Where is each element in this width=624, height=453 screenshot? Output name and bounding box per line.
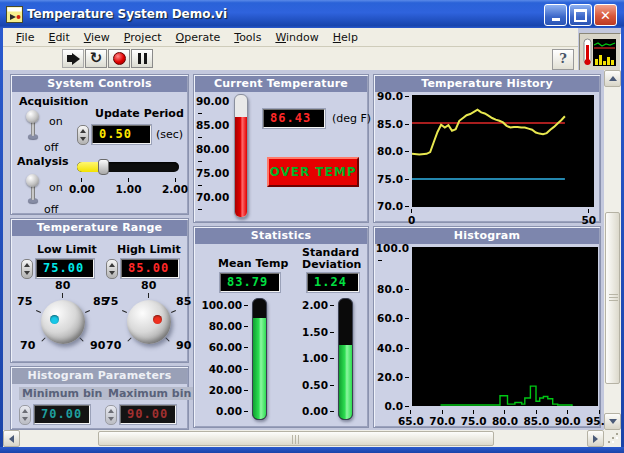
- std-gauge-fill: [339, 345, 352, 419]
- axis-tick-label: 80.0: [492, 410, 518, 427]
- update-period-unit-label: (sec): [156, 128, 183, 141]
- maximum-bin-value[interactable]: 90.00: [120, 405, 176, 424]
- std-gauge-scale: 2.001.501.000.500.00: [290, 299, 334, 417]
- thermometer-tick-label: 70.00: [196, 191, 230, 215]
- axis-tick-label: 80.0: [377, 283, 409, 295]
- standard-deviation-label: Standard Deviation: [302, 247, 362, 271]
- thermometer-tick-label: 85.00: [196, 119, 230, 143]
- low-limit-knob[interactable]: [41, 300, 85, 344]
- window-border-left: [0, 28, 3, 453]
- history-y-axis: 90.085.080.075.070.0: [376, 90, 409, 212]
- abort-button[interactable]: [108, 49, 130, 68]
- arrow-left-icon: [9, 435, 14, 443]
- maximize-button[interactable]: [569, 4, 592, 26]
- analysis-toggle[interactable]: [25, 175, 41, 205]
- scroll-up-button[interactable]: [604, 70, 621, 87]
- update-period-value[interactable]: 0.50: [92, 125, 151, 144]
- slider-handle[interactable]: [98, 159, 109, 175]
- minimum-bin-value[interactable]: 70.00: [34, 405, 90, 424]
- menu-item[interactable]: Window: [268, 29, 325, 46]
- axis-tick-label: 65.0: [398, 410, 424, 427]
- menu-item[interactable]: Tools: [227, 29, 268, 46]
- maximum-bin-spinner[interactable]: [105, 405, 117, 425]
- history-x-axis: 050: [408, 209, 596, 226]
- window-border-bottom: [0, 447, 624, 453]
- high-limit-value[interactable]: 85.00: [121, 259, 179, 278]
- high-knob-tick-80: 80: [141, 279, 156, 292]
- mean-temp-gauge: [252, 298, 267, 420]
- run-continuous-icon: ↻: [90, 51, 103, 66]
- thermometer-tick-label: 80.00: [196, 143, 230, 167]
- mean-temp-label: Mean Temp: [218, 257, 288, 270]
- menu-item[interactable]: View: [77, 29, 117, 46]
- high-limit-knob[interactable]: [127, 300, 171, 344]
- statistics-panel: Statistics Mean Temp Standard Deviation …: [193, 226, 369, 428]
- vertical-scrollbar[interactable]: [604, 70, 621, 430]
- mean-tick-label: 20.00: [209, 384, 248, 396]
- menu-item[interactable]: Edit: [41, 29, 76, 46]
- arrow-right-icon: [593, 435, 598, 443]
- menu-item[interactable]: Operate: [169, 29, 228, 46]
- current-temperature-panel: Current Temperature 90.0085.0080.0075.00…: [193, 74, 369, 223]
- scroll-down-button[interactable]: [604, 413, 621, 430]
- temperature-range-panel: Temperature Range Low Limit High Limit 7…: [10, 218, 189, 363]
- arrow-up-icon: [609, 76, 617, 81]
- low-limit-spinner[interactable]: [21, 259, 33, 279]
- menu-item[interactable]: File: [9, 29, 41, 46]
- minimize-button[interactable]: [544, 4, 567, 26]
- acquisition-toggle[interactable]: [25, 111, 41, 141]
- slider-tick-label: 1.00: [116, 178, 142, 195]
- menu-item[interactable]: Help: [326, 29, 365, 46]
- slider-scale: 0.001.002.00: [69, 178, 188, 195]
- thermometer-fill: [235, 117, 247, 217]
- close-button[interactable]: ✕: [594, 4, 617, 26]
- high-knob-tick-75: 75: [103, 295, 118, 308]
- mean-tick-label: 40.00: [209, 363, 248, 375]
- vertical-scroll-thumb[interactable]: [605, 212, 620, 384]
- minimum-bin-spinner[interactable]: [19, 405, 31, 425]
- menu-item[interactable]: Project: [117, 29, 169, 46]
- pause-button[interactable]: [131, 49, 153, 68]
- analysis-on-label: on: [49, 181, 63, 194]
- scroll-right-button[interactable]: [587, 430, 604, 447]
- run-continuous-button[interactable]: ↻: [85, 49, 107, 68]
- current-temperature-value: 86.43: [263, 109, 325, 128]
- histogram-parameters-panel: Histogram Parameters Minimum bin Maximum…: [10, 366, 189, 430]
- axis-tick-label: 75.0: [461, 410, 487, 427]
- help-button[interactable]: ?: [552, 49, 574, 70]
- toolbar: ↻: [3, 47, 578, 71]
- high-limit-spinner[interactable]: [106, 259, 118, 279]
- low-limit-label: Low Limit: [37, 243, 97, 256]
- mean-tick-label: 0.00: [216, 405, 248, 417]
- title-bar: Temperature System Demo.vi ✕: [0, 0, 624, 28]
- axis-tick-label: 85.0: [523, 410, 549, 427]
- acquisition-off-label: off: [44, 141, 58, 154]
- high-knob-indicator-dot: [153, 315, 162, 324]
- thermometer-scale: 90.0085.0080.0075.0070.00: [196, 95, 230, 209]
- acquisition-on-label: on: [49, 115, 63, 128]
- horizontal-scrollbar[interactable]: [3, 430, 604, 447]
- axis-tick-label: 20.0: [377, 371, 409, 383]
- update-period-spinner[interactable]: [77, 125, 89, 145]
- low-limit-value[interactable]: 75.00: [36, 259, 94, 278]
- high-knob-tick-70: 70: [106, 339, 121, 352]
- thermometer-tick-label: 90.00: [196, 95, 230, 119]
- axis-tick-label: 0: [408, 209, 415, 226]
- vi-icon-panel: [579, 33, 621, 72]
- std-tick-label: 1.00: [302, 352, 334, 364]
- statistics-title: Statistics: [195, 228, 367, 244]
- axis-tick-label: 100.0: [376, 242, 409, 266]
- low-knob-tick-75: 75: [17, 295, 32, 308]
- horizontal-scroll-thumb[interactable]: [98, 431, 494, 446]
- scroll-left-button[interactable]: [3, 430, 20, 447]
- axis-tick-label: 40.0: [377, 342, 409, 354]
- low-knob-indicator-dot: [50, 315, 59, 324]
- histogram-x-axis: 65.070.075.080.085.090.095.0: [398, 410, 612, 427]
- run-button[interactable]: [62, 49, 84, 68]
- window: Temperature System Demo.vi ✕ FileEditVie…: [0, 0, 624, 453]
- resize-grip[interactable]: [604, 430, 621, 447]
- window-title: Temperature System Demo.vi: [27, 7, 227, 21]
- update-period-slider[interactable]: [77, 162, 179, 172]
- system-controls-panel: System Controls Acquisition on off Updat…: [10, 74, 189, 215]
- axis-tick-label: 90.0: [555, 410, 581, 427]
